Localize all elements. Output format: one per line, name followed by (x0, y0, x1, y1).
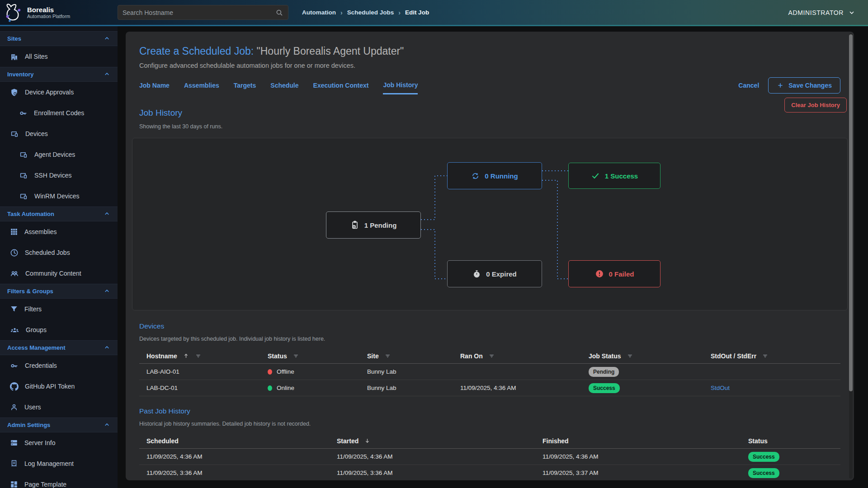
chevron-up-icon (104, 422, 110, 428)
tab-job-name[interactable]: Job Name (139, 82, 170, 94)
sidebar-item-enrollment-codes[interactable]: Enrollment Codes (0, 103, 118, 123)
sidebar-item-page-template[interactable]: Page Template (0, 474, 118, 488)
sidebar-item-all-sites[interactable]: All Sites (0, 46, 118, 67)
sidebar-item-github-api-token[interactable]: GitHub API Token (0, 376, 118, 397)
clock-icon (10, 249, 19, 257)
sidebar-item-assemblies[interactable]: Assemblies (0, 221, 118, 242)
scheduled-cell: 11/09/2025, 4:36 AM (139, 453, 337, 460)
sidebar-section-admin-settings[interactable]: Admin Settings (0, 418, 118, 432)
search-icon[interactable] (275, 9, 283, 17)
sidebar-item-groups[interactable]: Groups (0, 319, 118, 340)
col-finished[interactable]: Finished (542, 437, 748, 445)
filter-list-icon[interactable] (384, 352, 391, 359)
site-cell: Bunny Lab (367, 385, 460, 391)
past-run-row[interactable]: 11/09/2025, 4:36 AM 11/09/2025, 4:36 AM … (139, 449, 840, 465)
finished-cell: 11/09/2025, 3:37 AM (542, 469, 748, 476)
filter-list-icon[interactable] (762, 352, 769, 359)
user-menu[interactable]: ADMINISTRATOR (788, 9, 855, 16)
item-label: Agent Devices (34, 151, 75, 158)
item-label: Filters (24, 305, 42, 313)
flow-node-running[interactable]: 0 Running (447, 162, 542, 189)
flow-node-expired[interactable]: 0 Expired (447, 260, 542, 287)
col-ran-on[interactable]: Ran On (460, 352, 589, 360)
sidebar-item-winrm-devices[interactable]: WinRM Devices (0, 186, 118, 206)
stdout-link[interactable]: StdOut (711, 385, 730, 391)
tab-execution-context[interactable]: Execution Context (313, 82, 369, 94)
breadcrumb-separator: › (398, 9, 401, 16)
past-job-history-subheading: Historical job history summaries. Detail… (139, 421, 848, 427)
sidebar-item-filters[interactable]: Filters (0, 299, 118, 319)
item-label: Log Management (24, 460, 74, 467)
clear-job-history-button[interactable]: Clear Job History (784, 98, 847, 113)
sidebar-section-sites[interactable]: Sites (0, 31, 118, 46)
key-icon (10, 361, 19, 370)
sidebar-item-credentials[interactable]: Credentials (0, 355, 118, 376)
sidebar-section-filters-groups[interactable]: Filters & Groups (0, 284, 118, 299)
sidebar-item-scheduled-jobs[interactable]: Scheduled Jobs (0, 242, 118, 263)
filter-list-icon[interactable] (488, 352, 495, 359)
col-started[interactable]: Started (337, 437, 542, 445)
sidebar-item-device-approvals[interactable]: Device Approvals (0, 82, 118, 103)
filter-list-icon[interactable] (627, 352, 633, 359)
breadcrumb-scheduled-jobs[interactable]: Scheduled Jobs (347, 9, 394, 16)
item-label: All Sites (25, 53, 48, 60)
col-scheduled[interactable]: Scheduled (139, 437, 337, 445)
flow-node-pending[interactable]: 1 Pending (326, 211, 421, 239)
search-input[interactable] (123, 9, 275, 16)
building-icon (10, 52, 19, 61)
flow-node-label: 1 Success (605, 172, 638, 180)
hostname-cell: LAB-AIO-01 (139, 368, 268, 375)
sort-asc-icon[interactable] (183, 352, 189, 359)
stdout-cell: StdOut (711, 385, 840, 391)
top-bar: Borealis Automation Platform Automation … (0, 0, 868, 25)
page-subtitle: Configure advanced schedulable automatio… (139, 62, 848, 69)
sidebar-item-agent-devices[interactable]: Agent Devices (0, 144, 118, 165)
device-row-lab-dc-01[interactable]: LAB-DC-01 Online Bunny Lab 11/09/2025, 4… (139, 380, 840, 396)
job-status-flow-diagram: 1 Pending 0 Running 1 Success 0 Expired (132, 138, 848, 310)
sidebar-section-access-management[interactable]: Access Management (0, 340, 118, 355)
tab-schedule[interactable]: Schedule (270, 82, 298, 94)
sidebar-section-inventory[interactable]: Inventory (0, 67, 118, 82)
sidebar: Sites All Sites Inventory Device Approva… (0, 25, 118, 488)
job-status-cell: Pending (589, 367, 711, 377)
sidebar-item-log-management[interactable]: Log Management (0, 453, 118, 474)
filter-list-icon[interactable] (292, 352, 299, 359)
status-badge: Pending (589, 367, 619, 377)
tab-job-history[interactable]: Job History (383, 81, 418, 94)
col-status[interactable]: Status (748, 437, 840, 445)
job-status-cell: Success (589, 383, 711, 393)
sync-icon (471, 172, 480, 180)
tab-assemblies[interactable]: Assemblies (184, 82, 219, 94)
devices-table: Hostname Status Site Ran On Job S (139, 348, 840, 396)
col-stdout-stderr[interactable]: StdOut / StdErr (711, 352, 840, 360)
col-hostname[interactable]: Hostname (139, 352, 268, 360)
col-status[interactable]: Status (268, 352, 367, 360)
flow-node-success[interactable]: 1 Success (568, 163, 660, 189)
sidebar-item-ssh-devices[interactable]: SSH Devices (0, 165, 118, 186)
past-job-history-table: Scheduled Started Finished Status 11/09/… (139, 433, 840, 480)
device-row-lab-aio-01[interactable]: LAB-AIO-01 Offline Bunny Lab Pending (139, 364, 840, 380)
tab-bar: Job Name Assemblies Targets Schedule Exe… (139, 81, 848, 94)
sidebar-item-users[interactable]: Users (0, 397, 118, 418)
github-icon (10, 382, 19, 391)
flow-node-label: 0 Running (485, 172, 518, 180)
status-badge: Success (748, 452, 779, 462)
tab-targets[interactable]: Targets (234, 82, 256, 94)
save-changes-button[interactable]: Save Changes (768, 77, 840, 94)
sidebar-item-community-content[interactable]: Community Content (0, 263, 118, 284)
section-title: Filters & Groups (7, 288, 53, 295)
scrollbar-thumb[interactable] (849, 34, 853, 391)
col-job-status[interactable]: Job Status (589, 352, 711, 360)
sort-desc-icon[interactable] (364, 437, 371, 444)
sidebar-item-server-info[interactable]: Server Info (0, 432, 118, 453)
sidebar-section-task-automation[interactable]: Task Automation (0, 206, 118, 221)
col-site[interactable]: Site (367, 352, 460, 360)
hostname-search[interactable] (118, 5, 288, 20)
sidebar-item-devices[interactable]: Devices (0, 123, 118, 144)
past-run-row[interactable]: 11/09/2025, 3:36 AM 11/09/2025, 3:36 AM … (139, 465, 840, 480)
filter-list-icon[interactable] (195, 352, 202, 359)
flow-node-failed[interactable]: 0 Failed (568, 260, 660, 287)
cancel-button[interactable]: Cancel (738, 82, 759, 89)
chevron-up-icon (104, 71, 110, 78)
breadcrumb-automation[interactable]: Automation (302, 9, 336, 16)
